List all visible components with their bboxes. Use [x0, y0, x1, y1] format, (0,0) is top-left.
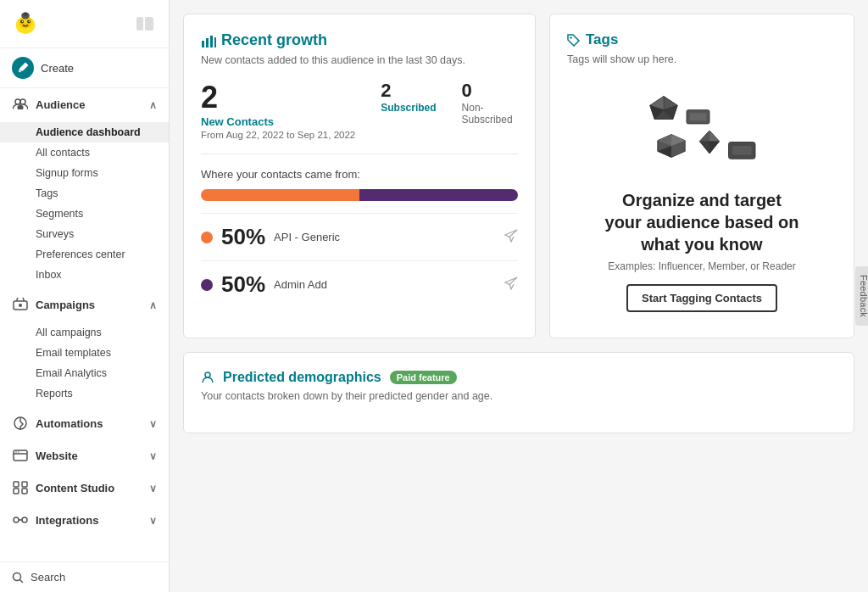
gems-illustration [626, 87, 778, 189]
sidebar-item-all-contacts[interactable]: All contacts [0, 142, 169, 163]
source-bar [201, 189, 518, 201]
sidebar-item-create[interactable]: Create [0, 48, 169, 88]
svg-point-17 [15, 451, 17, 453]
website-chevron-down-icon [149, 450, 157, 462]
svg-point-25 [14, 572, 21, 580]
nav-section-automations: Automations [0, 407, 169, 439]
non-subscribed-label: Non-Subscribed [462, 102, 513, 126]
sidebar-item-audience-dashboard[interactable]: Audience dashboard [0, 122, 169, 142]
content-studio-chevron-down-icon [149, 482, 157, 494]
people-icon [12, 96, 29, 113]
website-icon [12, 447, 29, 464]
audience-header[interactable]: Audience [0, 88, 169, 120]
bar-chart-icon [201, 34, 216, 47]
svg-rect-22 [22, 489, 27, 494]
sidebar-item-all-campaigns[interactable]: All campaigns [0, 322, 169, 343]
dot-orange-icon [201, 232, 213, 243]
sidebar-item-tags[interactable]: Tags [0, 183, 169, 204]
source-intro: Where your contacts came from: [201, 168, 518, 181]
sidebar-item-inbox[interactable]: Inbox [0, 265, 169, 285]
source-row-admin: 50% Admin Add [201, 260, 518, 308]
sidebar-bottom: Search [0, 561, 169, 592]
sidebar-item-create-label: Create [41, 62, 74, 75]
svg-point-6 [29, 20, 31, 22]
svg-point-23 [14, 517, 19, 522]
tags-examples: Examples: Influencer, Member, or Reader [608, 260, 795, 272]
svg-rect-48 [732, 146, 752, 155]
search-label: Search [31, 571, 65, 584]
content-studio-header[interactable]: Content Studio [0, 472, 169, 504]
sidebar-item-preferences-center[interactable]: Preferences center [0, 244, 169, 265]
svg-rect-19 [14, 482, 19, 487]
subscribed-number: 2 [381, 80, 436, 102]
sidebar-item-segments[interactable]: Segments [0, 204, 169, 224]
sidebar-item-surveys[interactable]: Surveys [0, 224, 169, 244]
svg-point-8 [24, 12, 28, 16]
svg-rect-26 [202, 41, 204, 47]
svg-rect-29 [214, 37, 216, 47]
tags-empty-label: Tags will show up here. [567, 53, 837, 65]
subscribed-label: Subscribed [381, 102, 436, 114]
feedback-tab[interactable]: Feedback [855, 266, 868, 326]
automations-header[interactable]: Automations [0, 407, 169, 439]
source-section: Where your contacts came from: 50% API -… [201, 168, 518, 308]
start-tagging-button[interactable]: Start Tagging Contacts [626, 284, 777, 312]
sidebar-toggle-button[interactable] [133, 14, 157, 33]
api-label: API - Generic [274, 231, 340, 243]
bar-orange [201, 189, 359, 201]
tag-icon [567, 34, 581, 47]
demographics-link[interactable]: Predicted demographics [223, 370, 381, 385]
svg-point-12 [20, 99, 25, 104]
date-range: From Aug 22, 2022 to Sep 21, 2022 [201, 130, 355, 140]
integrations-chevron-down-icon [149, 514, 157, 527]
demographics-icon [201, 371, 214, 384]
nav-section-website: Website [0, 439, 169, 472]
audience-label: Audience [36, 98, 86, 111]
sidebar-search[interactable]: Search [0, 561, 169, 592]
subscribed-stat: 2 Subscribed [381, 80, 436, 114]
send-icon-admin[interactable] [504, 276, 518, 293]
tags-card: Tags Tags will show up here. [549, 14, 854, 338]
demographics-title: Predicted demographics [223, 370, 381, 385]
recent-growth-title: Recent growth [221, 31, 327, 49]
new-contacts-number: 2 [201, 80, 355, 115]
mailchimp-logo [12, 10, 39, 37]
sidebar-item-reports[interactable]: Reports [0, 383, 169, 404]
svg-point-11 [15, 99, 20, 104]
tags-link[interactable]: Tags [567, 31, 837, 48]
nav-section-integrations: Integrations [0, 504, 169, 536]
non-subscribed-stat: 0 Non-Subscribed [462, 80, 513, 126]
svg-point-5 [22, 20, 24, 22]
svg-point-49 [205, 372, 210, 377]
growth-divider [201, 154, 518, 154]
recent-growth-link[interactable]: Recent growth [201, 31, 518, 49]
content-studio-icon [12, 479, 29, 496]
integrations-header[interactable]: Integrations [0, 504, 169, 536]
send-icon-api[interactable] [504, 229, 518, 245]
campaigns-icon [12, 296, 29, 313]
non-subscribed-number: 0 [462, 80, 513, 102]
svg-rect-20 [22, 482, 27, 487]
svg-point-24 [22, 517, 27, 522]
sidebar-item-email-analytics[interactable]: Email Analytics [0, 363, 169, 383]
automations-chevron-down-icon [149, 417, 157, 430]
sidebar-top [0, 0, 169, 48]
svg-rect-9 [136, 17, 143, 31]
svg-rect-37 [690, 113, 707, 120]
demo-header: Predicted demographics Paid feature [201, 370, 837, 385]
integrations-icon [12, 511, 29, 528]
search-icon [12, 572, 24, 584]
paid-badge: Paid feature [390, 371, 457, 384]
nav-section-content-studio: Content Studio [0, 472, 169, 504]
recent-growth-card: Recent growth New contacts added to this… [183, 14, 536, 338]
tags-illustration: Organize and target your audience based … [567, 79, 837, 321]
website-header[interactable]: Website [0, 439, 169, 472]
audience-sub-items: Audience dashboard All contacts Signup f… [0, 120, 169, 288]
recent-growth-subtitle: New contacts added to this audience in t… [201, 54, 518, 66]
sidebar-item-signup-forms[interactable]: Signup forms [0, 163, 169, 183]
campaigns-header[interactable]: Campaigns [0, 288, 169, 321]
sidebar-item-email-templates[interactable]: Email templates [0, 343, 169, 363]
top-cards-row: Recent growth New contacts added to this… [183, 14, 854, 338]
svg-point-30 [570, 36, 571, 38]
svg-rect-27 [206, 38, 209, 47]
